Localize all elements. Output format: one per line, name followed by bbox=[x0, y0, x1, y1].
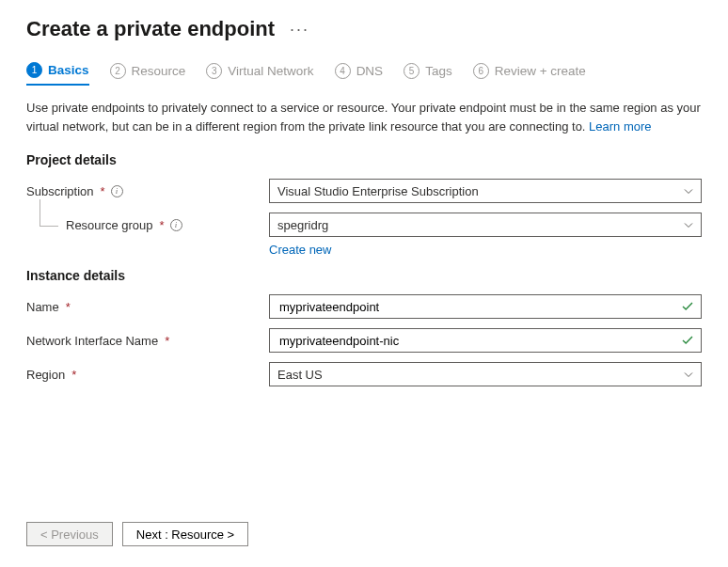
title-row: Create a private endpoint ··· bbox=[26, 17, 702, 41]
wizard-tabs: 1 Basics 2 Resource 3 Virtual Network 4 … bbox=[26, 62, 702, 86]
tab-label: DNS bbox=[356, 64, 384, 78]
required-marker: * bbox=[165, 334, 169, 348]
required-marker: * bbox=[66, 300, 71, 314]
step-number: 4 bbox=[335, 63, 351, 79]
more-icon[interactable]: ··· bbox=[290, 20, 309, 39]
chevron-down-icon bbox=[684, 370, 693, 379]
name-input-wrap bbox=[269, 294, 702, 319]
step-number: 6 bbox=[473, 63, 489, 79]
previous-button[interactable]: < Previous bbox=[26, 522, 113, 546]
tab-label: Basics bbox=[48, 63, 89, 77]
info-icon[interactable]: i bbox=[170, 219, 182, 231]
check-icon bbox=[682, 300, 693, 314]
select-value: Visual Studio Enterprise Subscription bbox=[277, 184, 479, 198]
learn-more-link[interactable]: Learn more bbox=[589, 119, 651, 134]
required-marker: * bbox=[101, 184, 105, 198]
section-project-details: Project details bbox=[26, 152, 702, 167]
name-input[interactable] bbox=[277, 299, 682, 315]
required-marker: * bbox=[160, 218, 165, 232]
name-label: Name * bbox=[26, 300, 269, 314]
required-marker: * bbox=[71, 368, 76, 382]
nic-input-wrap bbox=[269, 328, 702, 353]
resource-group-select[interactable]: spegridrg bbox=[269, 213, 702, 237]
resource-group-label: Resource group * i bbox=[26, 218, 269, 232]
tab-label: Resource bbox=[132, 64, 186, 78]
tab-label: Review + create bbox=[495, 64, 586, 78]
nic-input[interactable] bbox=[277, 333, 682, 349]
step-number: 5 bbox=[404, 63, 419, 79]
chevron-down-icon bbox=[684, 186, 693, 196]
next-button[interactable]: Next : Resource > bbox=[122, 522, 248, 546]
create-new-link[interactable]: Create new bbox=[269, 243, 331, 257]
wizard-footer: < Previous Next : Resource > bbox=[26, 522, 248, 546]
page-title: Create a private endpoint bbox=[26, 17, 275, 41]
step-number: 2 bbox=[110, 63, 126, 79]
chevron-down-icon bbox=[684, 220, 693, 229]
tab-basics[interactable]: 1 Basics bbox=[26, 62, 89, 86]
region-select[interactable]: East US bbox=[269, 362, 702, 386]
tab-label: Tags bbox=[425, 64, 452, 78]
step-number: 1 bbox=[26, 62, 42, 78]
region-label: Region * bbox=[26, 368, 269, 382]
info-icon[interactable]: i bbox=[111, 185, 123, 197]
tab-review-create[interactable]: 6 Review + create bbox=[473, 62, 586, 86]
nic-label: Network Interface Name * bbox=[26, 334, 269, 348]
check-icon bbox=[682, 334, 693, 348]
tab-dns[interactable]: 4 DNS bbox=[335, 62, 384, 86]
subscription-label: Subscription * i bbox=[26, 184, 269, 198]
subscription-select[interactable]: Visual Studio Enterprise Subscription bbox=[269, 179, 702, 203]
tab-virtual-network[interactable]: 3 Virtual Network bbox=[206, 62, 313, 86]
tab-label: Virtual Network bbox=[228, 64, 313, 78]
tab-tags[interactable]: 5 Tags bbox=[404, 62, 452, 86]
step-number: 3 bbox=[206, 63, 222, 79]
section-instance-details: Instance details bbox=[26, 268, 702, 283]
tab-resource[interactable]: 2 Resource bbox=[110, 62, 186, 86]
select-value: East US bbox=[277, 368, 323, 382]
description: Use private endpoints to privately conne… bbox=[26, 99, 702, 135]
select-value: spegridrg bbox=[277, 218, 328, 232]
